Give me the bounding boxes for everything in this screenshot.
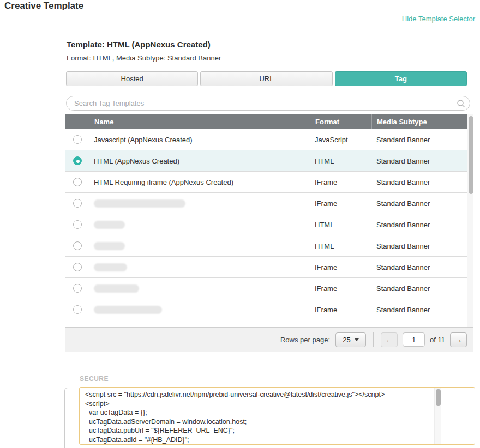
search-input[interactable]: [74, 97, 451, 110]
format-cell: IFrame: [310, 178, 371, 186]
header-media-subtype: Media Subtype: [371, 114, 467, 129]
media-subtype-cell: Standard Banner: [371, 263, 467, 271]
table-row[interactable]: IFrameStandard Banner: [65, 278, 467, 299]
table-row[interactable]: HTML Requiring iframe (AppNexus Created)…: [65, 172, 467, 193]
media-subtype-cell: Standard Banner: [371, 306, 467, 314]
radio-button[interactable]: [73, 263, 82, 271]
media-subtype-cell: Standard Banner: [371, 178, 467, 186]
table-row[interactable]: IFrameStandard Banner: [65, 299, 467, 320]
radio-cell: [65, 199, 89, 208]
radio-cell: [65, 178, 89, 186]
media-subtype-cell: Standard Banner: [371, 221, 467, 229]
table-scrollbar[interactable]: [467, 114, 473, 327]
tab-url[interactable]: URL: [200, 71, 332, 86]
partial-row: [65, 320, 467, 327]
redacted-name: [94, 242, 125, 250]
radio-button[interactable]: [73, 305, 82, 314]
radio-cell: [65, 135, 89, 144]
template-name-cell: HTML (AppNexus Created): [89, 157, 310, 165]
media-subtype-cell: Standard Banner: [371, 284, 467, 293]
template-name-cell: [89, 199, 310, 208]
redacted-name: [94, 199, 185, 208]
format-cell: HTML: [310, 221, 371, 229]
media-subtype-cell: Standard Banner: [371, 199, 467, 208]
format-cell: JavaScript: [310, 136, 371, 144]
table-body: Javascript (AppNexus Created)JavaScriptS…: [65, 129, 467, 320]
tab-tag[interactable]: Tag: [335, 71, 467, 86]
template-name-cell: [89, 306, 310, 314]
table-row[interactable]: HTMLStandard Banner: [65, 235, 467, 257]
radio-button[interactable]: [73, 178, 82, 186]
rows-per-page-value: 25: [343, 336, 350, 344]
editor-scrollbar[interactable]: [434, 388, 441, 444]
table-row[interactable]: HTMLStandard Banner: [65, 214, 467, 235]
table-scrollbar-thumb[interactable]: [469, 116, 473, 194]
table-row[interactable]: HTML (AppNexus Created)HTMLStandard Bann…: [65, 150, 467, 172]
format-cell: HTML: [310, 157, 371, 165]
section-divider: [65, 359, 473, 359]
total-pages-label: of 11: [430, 336, 445, 344]
radio-button[interactable]: [73, 284, 82, 293]
page-number-input[interactable]: [403, 332, 425, 347]
table-row[interactable]: IFrameStandard Banner: [65, 257, 467, 278]
next-page-button[interactable]: →: [450, 332, 467, 347]
media-subtype-cell: Standard Banner: [371, 136, 467, 144]
previous-page-button[interactable]: ←: [381, 332, 398, 347]
table-row[interactable]: Javascript (AppNexus Created)JavaScriptS…: [65, 129, 467, 150]
template-name-cell: Javascript (AppNexus Created): [89, 136, 310, 144]
format-cell: IFrame: [310, 199, 371, 208]
rows-per-page-label: Rows per page:: [280, 336, 330, 344]
radio-cell: [65, 156, 89, 165]
template-name-cell: [89, 263, 310, 271]
template-name-cell: [89, 221, 310, 229]
radio-button[interactable]: [73, 241, 82, 250]
redacted-name: [94, 221, 125, 229]
media-subtype-cell: Standard Banner: [371, 242, 467, 250]
radio-cell: [65, 263, 89, 271]
radio-cell: [65, 241, 89, 250]
tag-code-content: <script src = "https://cdn.jsdelivr.net/…: [85, 390, 429, 445]
secure-label: SECURE: [80, 375, 109, 383]
radio-button[interactable]: [73, 199, 82, 208]
page-title: Creative Template: [4, 1, 83, 11]
header-name: Name: [89, 114, 310, 129]
table-header: Name Format Media Subtype: [65, 114, 467, 129]
tag-templates-table: Name Format Media Subtype Javascript (Ap…: [65, 114, 467, 327]
header-radio-column: [65, 114, 89, 129]
rows-per-page-select[interactable]: 25: [335, 332, 366, 347]
table-pagination: Rows per page: 25 ← of 11 →: [65, 327, 473, 352]
selected-template-subtitle: Format: HTML, Media Subtype: Standard Ba…: [67, 54, 221, 62]
tag-code-editor[interactable]: <script src = "https://cdn.jsdelivr.net/…: [79, 387, 475, 445]
table-row[interactable]: IFrameStandard Banner: [65, 193, 467, 214]
radio-button[interactable]: [73, 135, 82, 144]
redacted-name: [94, 306, 162, 314]
template-type-tabs: Hosted URL Tag: [66, 71, 467, 86]
template-name-cell: [89, 242, 310, 250]
format-cell: IFrame: [310, 284, 371, 293]
radio-button[interactable]: [73, 156, 82, 165]
search-box: [66, 96, 470, 111]
search-icon: [457, 99, 465, 108]
pagination-divider: [373, 332, 374, 347]
tab-hosted[interactable]: Hosted: [66, 71, 198, 86]
template-name-cell: [89, 284, 310, 293]
redacted-name: [94, 284, 139, 293]
format-cell: IFrame: [310, 306, 371, 314]
media-subtype-cell: Standard Banner: [371, 157, 467, 165]
header-format: Format: [310, 114, 371, 129]
chevron-down-icon: [355, 338, 359, 341]
radio-button[interactable]: [73, 220, 82, 229]
radio-cell: [65, 284, 89, 293]
editor-scrollbar-thumb[interactable]: [436, 389, 441, 406]
selected-template-title: Template: HTML (AppNexus Created): [67, 40, 211, 49]
format-cell: IFrame: [310, 263, 371, 271]
radio-cell: [65, 305, 89, 314]
format-cell: HTML: [310, 242, 371, 250]
redacted-name: [94, 263, 127, 271]
hide-template-selector-link[interactable]: Hide Template Selector: [402, 15, 475, 23]
radio-cell: [65, 220, 89, 229]
template-name-cell: HTML Requiring iframe (AppNexus Created): [89, 178, 310, 186]
